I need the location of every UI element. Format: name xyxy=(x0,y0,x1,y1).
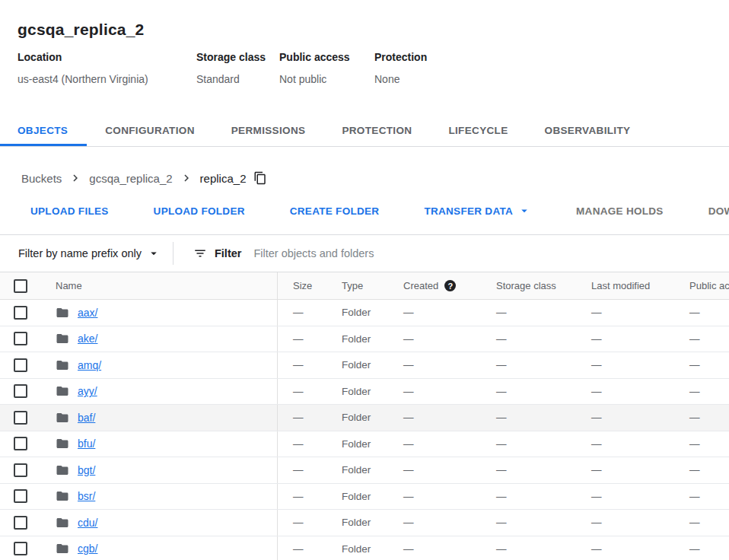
created-cell: — xyxy=(403,333,496,345)
public-access-cell: — xyxy=(688,491,729,502)
folder-icon xyxy=(56,489,69,503)
filter-input[interactable] xyxy=(253,247,717,259)
object-link-cgb[interactable]: cgb/ xyxy=(78,542,97,555)
download-button[interactable]: DOWNLOAD xyxy=(696,197,729,224)
object-link-aax[interactable]: aax/ xyxy=(78,307,97,319)
row-checkbox[interactable] xyxy=(14,306,27,320)
create-folder-button[interactable]: CREATE FOLDER xyxy=(278,197,392,224)
object-link-ayy[interactable]: ayy/ xyxy=(78,385,97,397)
tab-objects[interactable]: OBJECTS xyxy=(0,114,87,146)
created-cell: — xyxy=(403,307,496,318)
meta-label: Location xyxy=(18,51,196,63)
created-cell: — xyxy=(403,517,496,528)
row-checkbox[interactable] xyxy=(14,384,27,398)
row-checkbox-cell xyxy=(0,300,42,326)
table-row-aax: aax/ — Folder — — — — xyxy=(0,300,729,326)
object-link-amq[interactable]: amq/ xyxy=(78,359,101,371)
name-cell: bfu/ xyxy=(42,431,278,457)
storage-class-cell: — xyxy=(496,412,591,423)
object-link-cdu[interactable]: cdu/ xyxy=(78,517,97,529)
row-checkbox-cell xyxy=(0,352,42,378)
last-modified-cell: — xyxy=(591,359,688,371)
name-cell: cdu/ xyxy=(42,510,278,536)
help-icon[interactable]: ? xyxy=(444,280,456,291)
filter-mode-select[interactable]: Filter by name prefix only xyxy=(18,247,161,260)
folder-icon xyxy=(56,516,69,530)
storage-class-cell: — xyxy=(496,464,591,476)
select-all-checkbox[interactable] xyxy=(14,279,27,293)
breadcrumb-buckets[interactable]: Buckets xyxy=(21,172,62,185)
row-checkbox[interactable] xyxy=(14,332,27,345)
meta-item-location: Location us-east4 (Northern Virginia) xyxy=(18,51,196,85)
copy-icon[interactable] xyxy=(253,171,267,185)
type-cell: Folder xyxy=(342,333,403,345)
column-header-type: Type xyxy=(342,280,403,291)
storage-class-cell: — xyxy=(496,386,591,397)
tab-observability[interactable]: OBSERVABILITY xyxy=(527,114,649,146)
storage-class-cell: — xyxy=(496,438,591,450)
tab-label: OBJECTS xyxy=(18,125,68,136)
row-checkbox-cell xyxy=(0,405,42,431)
chevron-right-icon xyxy=(180,171,193,185)
type-cell: Folder xyxy=(342,543,403,555)
meta-value: us-east4 (Northern Virginia) xyxy=(18,73,196,85)
created-cell: — xyxy=(403,464,496,476)
table-row-bsr: bsr/ — Folder — — — — xyxy=(0,484,729,511)
created-cell: — xyxy=(403,359,496,371)
public-access-cell: — xyxy=(688,307,729,318)
tab-lifecycle[interactable]: LIFECYCLE xyxy=(430,114,526,146)
object-link-ake[interactable]: ake/ xyxy=(78,332,97,345)
object-link-bgt[interactable]: bgt/ xyxy=(78,464,95,476)
size-cell: — xyxy=(278,517,342,528)
manage-holds-button[interactable]: MANAGE HOLDS xyxy=(564,197,676,224)
header-checkbox-cell xyxy=(0,272,42,299)
created-cell: — xyxy=(403,438,496,450)
row-checkbox[interactable] xyxy=(14,516,27,530)
folder-icon xyxy=(56,411,69,425)
meta-label: Protection xyxy=(374,51,427,63)
page-title: gcsqa_replica_2 xyxy=(18,21,711,38)
upload-files-button[interactable]: UPLOAD FILES xyxy=(18,197,121,224)
row-checkbox-cell xyxy=(0,536,42,560)
object-link-bsr[interactable]: bsr/ xyxy=(78,490,95,502)
column-header-size: Size xyxy=(278,280,342,291)
row-checkbox[interactable] xyxy=(14,358,27,372)
folder-icon xyxy=(56,332,69,345)
tab-protection[interactable]: PROTECTION xyxy=(323,114,430,146)
row-checkbox[interactable] xyxy=(14,542,27,555)
name-cell: bgt/ xyxy=(42,457,278,483)
row-checkbox[interactable] xyxy=(14,463,27,477)
transfer-data-label: TRANSFER DATA xyxy=(424,205,513,217)
table-row-bfu: bfu/ — Folder — — — — xyxy=(0,431,729,458)
upload-folder-button[interactable]: UPLOAD FOLDER xyxy=(142,197,257,224)
created-cell: — xyxy=(403,386,496,397)
column-header-last-modified: Last modified xyxy=(591,280,688,291)
tab-permissions[interactable]: PERMISSIONS xyxy=(213,114,324,146)
last-modified-cell: — xyxy=(591,491,688,502)
type-cell: Folder xyxy=(342,491,403,502)
breadcrumb-bucket-name[interactable]: gcsqa_replica_2 xyxy=(89,172,172,185)
last-modified-cell: — xyxy=(591,307,688,318)
folder-icon xyxy=(56,358,69,372)
size-cell: — xyxy=(278,543,342,555)
row-checkbox-cell xyxy=(0,379,42,405)
object-link-bfu[interactable]: bfu/ xyxy=(78,438,95,450)
row-checkbox[interactable] xyxy=(14,489,27,503)
meta-item-public-access: Public access Not public xyxy=(279,51,374,85)
row-checkbox[interactable] xyxy=(14,411,27,425)
column-header-created: Created ? xyxy=(403,280,496,291)
row-checkbox[interactable] xyxy=(14,437,27,450)
storage-class-cell: — xyxy=(496,307,591,318)
filter-mode-label: Filter by name prefix only xyxy=(18,247,142,259)
tab-configuration[interactable]: CONFIGURATION xyxy=(87,114,213,146)
meta-label: Public access xyxy=(279,51,374,63)
object-link-baf[interactable]: baf/ xyxy=(78,412,95,424)
public-access-cell: — xyxy=(688,386,729,397)
table-row-amq: amq/ — Folder — — — — xyxy=(0,352,729,379)
storage-class-cell: — xyxy=(496,517,591,528)
size-cell: — xyxy=(278,464,342,476)
column-header-public-access: Public access xyxy=(688,280,729,291)
type-cell: Folder xyxy=(342,386,403,397)
storage-class-cell: — xyxy=(496,333,591,345)
transfer-data-button[interactable]: TRANSFER DATA xyxy=(412,197,543,224)
